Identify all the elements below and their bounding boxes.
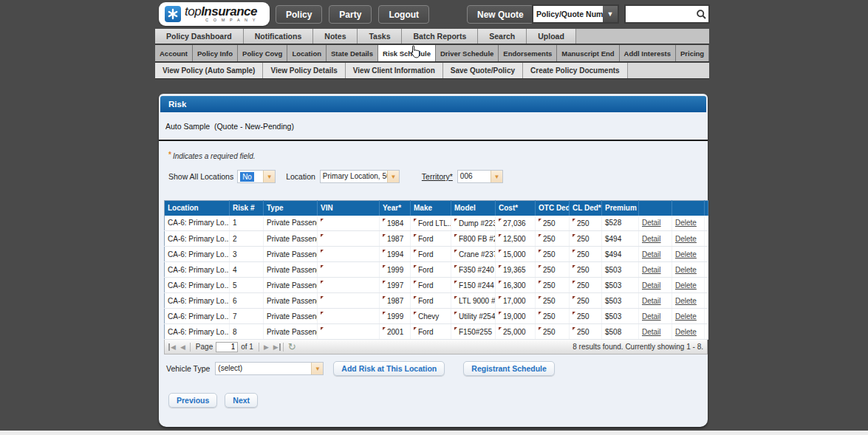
registrant-schedule-button[interactable]: Registrant Schedule xyxy=(463,361,555,376)
location-select[interactable]: Primary Location, 5678 ▼ xyxy=(320,170,400,183)
cell-otc-ded: 250 xyxy=(536,247,570,262)
vehicle-type-select[interactable]: (select) ▼ xyxy=(215,362,324,375)
action-tab[interactable]: Save Quote/Policy xyxy=(443,63,523,78)
table-column-header: CL Ded* xyxy=(570,201,602,216)
primary-tab[interactable]: Notes xyxy=(313,29,358,44)
primary-tab[interactable]: Batch Reports xyxy=(402,29,478,44)
chevron-down-icon[interactable]: ▼ xyxy=(603,6,618,22)
chevron-down-icon[interactable]: ▼ xyxy=(263,171,275,182)
delete-link[interactable]: Delete xyxy=(675,219,697,227)
chevron-down-icon[interactable]: ▼ xyxy=(387,171,399,182)
show-all-locations-select[interactable]: No ▼ xyxy=(237,170,276,183)
cell-delete: Delete xyxy=(672,278,705,293)
primary-tab[interactable]: Notifications xyxy=(244,29,314,44)
detail-link[interactable]: Detail xyxy=(642,281,661,290)
policy-section-tab[interactable]: Addl Interests xyxy=(620,45,676,61)
action-tab[interactable]: View Policy Details xyxy=(263,63,345,78)
primary-tab[interactable]: Policy Dashboard xyxy=(155,29,244,44)
last-page-icon[interactable]: ▶ xyxy=(271,343,281,351)
new-quote-button[interactable]: New Quote xyxy=(467,5,534,24)
cell-vin xyxy=(318,324,380,340)
cell-cost: 19,365 xyxy=(496,262,536,278)
vehicle-type-row: Vehicle Type (select) ▼ Add Risk at This… xyxy=(159,361,708,376)
table-body: CA-6: Primary Lo... 1 Private Passenger … xyxy=(165,216,708,340)
header-nav-button[interactable]: Policy xyxy=(276,5,322,24)
delete-link[interactable]: Delete xyxy=(675,250,697,258)
search-input[interactable] xyxy=(626,10,694,18)
delete-link[interactable]: Delete xyxy=(675,235,697,243)
chevron-down-icon[interactable]: ▼ xyxy=(491,171,502,182)
first-page-icon[interactable]: ◀ xyxy=(168,343,178,351)
delete-link[interactable]: Delete xyxy=(675,281,697,290)
search-type-dropdown[interactable]: Policy/Quote Number ▼ xyxy=(532,4,619,24)
policy-section-tab[interactable]: Manuscript End xyxy=(557,45,619,61)
detail-link[interactable]: Detail xyxy=(642,235,661,243)
cell-otc-ded: 250 xyxy=(536,324,570,340)
delete-link[interactable]: Delete xyxy=(675,312,697,321)
action-tab[interactable]: Create Policy Documents xyxy=(523,63,628,78)
delete-link[interactable]: Delete xyxy=(675,297,697,305)
policy-section-tab[interactable]: Policy Covg xyxy=(238,45,287,61)
previous-page-icon[interactable]: ◀ xyxy=(178,343,188,351)
cell-premium: $508 xyxy=(602,324,639,340)
policy-section-tab[interactable]: Account xyxy=(155,45,193,61)
policy-section-tab[interactable]: Location xyxy=(287,45,327,61)
cell-risk-number: 4 xyxy=(230,262,264,278)
app-header: topInsurance C O M P A N Y PolicyPartyLo… xyxy=(0,0,868,28)
edit-flag-icon xyxy=(454,250,457,253)
cell-detail: Detail xyxy=(639,309,672,324)
detail-link[interactable]: Detail xyxy=(642,219,661,227)
delete-link[interactable]: Delete xyxy=(675,266,697,274)
policy-section-tab[interactable]: Endorsements xyxy=(499,45,557,61)
next-button[interactable]: Next xyxy=(225,393,258,408)
detail-link[interactable]: Detail xyxy=(642,297,661,305)
table-column-header xyxy=(639,201,672,216)
detail-link[interactable]: Detail xyxy=(642,328,661,336)
primary-tab[interactable]: Upload xyxy=(527,29,576,44)
edit-flag-icon xyxy=(414,219,417,222)
primary-tab[interactable]: Search xyxy=(478,29,527,44)
table-column-header: Year* xyxy=(380,201,411,216)
detail-link[interactable]: Detail xyxy=(642,250,661,258)
policy-section-tab[interactable]: Risk Schedule xyxy=(378,45,436,61)
cell-model: F150#255 xyxy=(451,324,496,340)
chevron-down-icon[interactable]: ▼ xyxy=(311,363,323,374)
primary-tab[interactable]: Tasks xyxy=(358,29,402,44)
edit-flag-icon xyxy=(573,219,575,222)
header-nav-button[interactable]: Logout xyxy=(378,5,429,24)
table-column-header: Make xyxy=(411,201,451,216)
refresh-icon[interactable]: ↻ xyxy=(286,341,298,352)
vehicle-type-value: (select) xyxy=(216,363,311,374)
location-label: Location xyxy=(286,172,315,181)
policy-section-tab[interactable]: Policy Info xyxy=(193,45,238,61)
delete-link[interactable]: Delete xyxy=(675,328,697,336)
policy-section-tab[interactable]: Driver Schedule xyxy=(436,45,499,61)
policy-section-tab[interactable]: State Details xyxy=(327,45,378,61)
previous-button[interactable]: Previous xyxy=(168,393,217,408)
cell-spacer xyxy=(705,247,708,262)
search-icon[interactable] xyxy=(694,7,708,21)
cell-vin xyxy=(318,262,380,278)
action-tab[interactable]: View Client Information xyxy=(346,63,443,78)
add-risk-button[interactable]: Add Risk at This Location xyxy=(333,361,445,376)
cell-spacer xyxy=(705,293,708,309)
cell-year: 1997 xyxy=(380,278,411,293)
cell-vin xyxy=(318,309,380,324)
page-of-label: of 1 xyxy=(241,343,253,351)
cell-cl-ded: 250 xyxy=(570,247,602,262)
detail-link[interactable]: Detail xyxy=(642,312,661,321)
edit-flag-icon xyxy=(539,327,541,330)
cell-detail: Detail xyxy=(639,231,672,247)
cell-model: Dump #223 xyxy=(451,216,496,231)
action-tab[interactable]: View Policy (Auto Sample) xyxy=(155,63,263,78)
detail-link[interactable]: Detail xyxy=(642,266,661,274)
territory-select[interactable]: 006 ▼ xyxy=(457,170,503,183)
edit-flag-icon xyxy=(414,327,417,330)
header-nav-button[interactable]: Party xyxy=(329,5,372,24)
page-number-input[interactable] xyxy=(216,342,238,352)
edit-flag-icon xyxy=(321,281,324,284)
next-page-icon[interactable]: ▶ xyxy=(262,343,271,351)
cell-year: 1999 xyxy=(380,262,411,278)
policy-section-tab[interactable]: Pricing xyxy=(676,45,709,61)
cell-location: CA-6: Primary Lo... xyxy=(165,216,230,231)
